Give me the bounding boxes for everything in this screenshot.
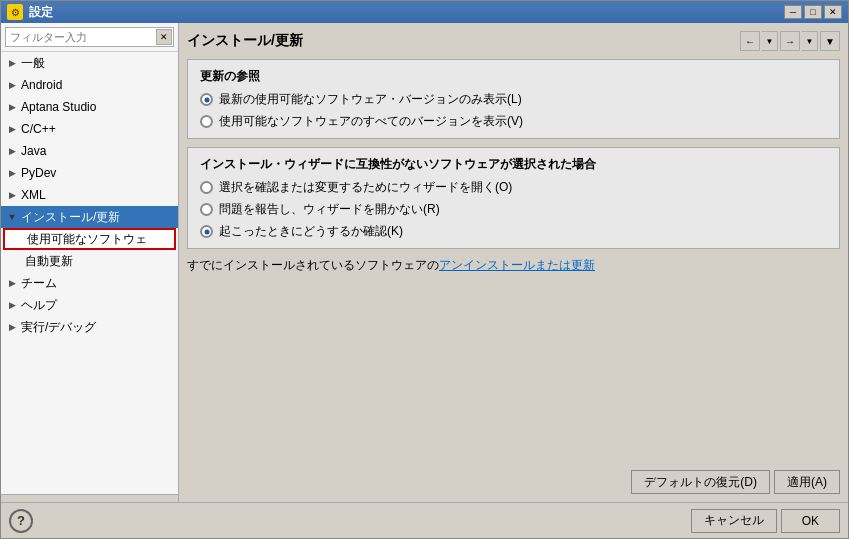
compat-label-report: 問題を報告し、ウィザードを開かない(R) <box>219 201 440 218</box>
filter-clear-button[interactable]: ✕ <box>156 29 172 45</box>
compat-option-open: 選択を確認または変更するためにウィザードを開く(O) <box>200 179 827 196</box>
nav-back-button[interactable]: ← <box>740 31 760 51</box>
window-icon: ⚙ <box>7 4 23 20</box>
sidebar: ✕ ▶ 一般 ▶ Android ▶ Aptana Studio <box>1 23 179 502</box>
sidebar-item-pydev[interactable]: ▶ PyDev <box>1 162 178 184</box>
compat-label-confirm: 起こったときにどうするか確認(K) <box>219 223 403 240</box>
sidebar-item-general[interactable]: ▶ 一般 <box>1 52 178 74</box>
right-panel: インストール/更新 ← ▼ → ▼ ▼ 更新の参照 最新の使用可能なソフトウェア… <box>179 23 848 502</box>
nav-menu-button[interactable]: ▼ <box>820 31 840 51</box>
expand-arrow-install: ▼ <box>5 210 19 224</box>
sidebar-item-auto-update[interactable]: 自動更新 <box>1 250 178 272</box>
compat-option-report: 問題を報告し、ウィザードを開かない(R) <box>200 201 827 218</box>
compat-radio-confirm[interactable] <box>200 225 213 238</box>
nav-forward-button[interactable]: → <box>780 31 800 51</box>
sidebar-label-java: Java <box>21 144 46 158</box>
expand-arrow-pydev: ▶ <box>5 166 19 180</box>
nav-buttons: ← ▼ → ▼ ▼ <box>740 31 840 51</box>
sidebar-label-general: 一般 <box>21 55 45 72</box>
bottom-right: キャンセル OK <box>691 509 840 533</box>
title-bar-buttons: ─ □ ✕ <box>784 5 842 19</box>
panel-title: インストール/更新 <box>187 32 303 50</box>
restore-button[interactable]: □ <box>804 5 822 19</box>
update-radio-latest[interactable] <box>200 93 213 106</box>
sidebar-item-xml[interactable]: ▶ XML <box>1 184 178 206</box>
default-button[interactable]: デフォルトの復元(D) <box>631 470 770 494</box>
uninstall-link[interactable]: アンインストールまたは更新 <box>439 258 595 272</box>
uninstall-text: すでにインストールされているソフトウェアのアンインストールまたは更新 <box>187 257 840 274</box>
close-button[interactable]: ✕ <box>824 5 842 19</box>
update-section: 更新の参照 最新の使用可能なソフトウェア・バージョンのみ表示(L) 使用可能なソ… <box>187 59 840 139</box>
expand-arrow-cpp: ▶ <box>5 122 19 136</box>
panel-header: インストール/更新 ← ▼ → ▼ ▼ <box>187 31 840 51</box>
expand-arrow-android: ▶ <box>5 78 19 92</box>
update-label-latest: 最新の使用可能なソフトウェア・バージョンのみ表示(L) <box>219 91 522 108</box>
title-bar-left: ⚙ 設定 <box>7 4 53 21</box>
sidebar-label-auto-update: 自動更新 <box>25 253 73 270</box>
sidebar-item-java[interactable]: ▶ Java <box>1 140 178 162</box>
sidebar-label-run-debug: 実行/デバッグ <box>21 319 96 336</box>
settings-window: ⚙ 設定 ─ □ ✕ ✕ ▶ 一般 <box>0 0 849 539</box>
expand-arrow-general: ▶ <box>5 56 19 70</box>
compat-radio-report[interactable] <box>200 203 213 216</box>
nav-back-dropdown[interactable]: ▼ <box>762 31 778 51</box>
filter-input[interactable] <box>5 27 174 47</box>
help-button[interactable]: ? <box>9 509 33 533</box>
minimize-button[interactable]: ─ <box>784 5 802 19</box>
sidebar-label-team: チーム <box>21 275 57 292</box>
compat-option-confirm: 起こったときにどうするか確認(K) <box>200 223 827 240</box>
sidebar-item-cpp[interactable]: ▶ C/C++ <box>1 118 178 140</box>
compat-label-open: 選択を確認または変更するためにウィザードを開く(O) <box>219 179 512 196</box>
bottom-bar: ? キャンセル OK <box>1 502 848 538</box>
expand-arrow-help: ▶ <box>5 298 19 312</box>
update-radio-group: 最新の使用可能なソフトウェア・バージョンのみ表示(L) 使用可能なソフトウェアの… <box>200 91 827 130</box>
expand-arrow-xml: ▶ <box>5 188 19 202</box>
sidebar-item-aptana[interactable]: ▶ Aptana Studio <box>1 96 178 118</box>
nav-forward-dropdown[interactable]: ▼ <box>802 31 818 51</box>
expand-arrow-aptana: ▶ <box>5 100 19 114</box>
filter-box: ✕ <box>1 23 178 52</box>
ok-button[interactable]: OK <box>781 509 840 533</box>
cancel-button[interactable]: キャンセル <box>691 509 777 533</box>
expand-arrow-team: ▶ <box>5 276 19 290</box>
compatibility-radio-group: 選択を確認または変更するためにウィザードを開く(O) 問題を報告し、ウィザードを… <box>200 179 827 240</box>
update-section-title: 更新の参照 <box>200 68 827 85</box>
sidebar-item-help[interactable]: ▶ ヘルプ <box>1 294 178 316</box>
sidebar-item-android[interactable]: ▶ Android <box>1 74 178 96</box>
sidebar-item-available-software[interactable]: 使用可能なソフトウェ <box>3 228 176 250</box>
bottom-left: ? <box>9 509 33 533</box>
sidebar-label-pydev: PyDev <box>21 166 56 180</box>
window-title: 設定 <box>29 4 53 21</box>
update-option-latest: 最新の使用可能なソフトウェア・バージョンのみ表示(L) <box>200 91 827 108</box>
sidebar-label-cpp: C/C++ <box>21 122 56 136</box>
sidebar-item-team[interactable]: ▶ チーム <box>1 272 178 294</box>
settings-action-buttons: デフォルトの復元(D) 適用(A) <box>187 470 840 494</box>
expand-arrow-java: ▶ <box>5 144 19 158</box>
update-option-all: 使用可能なソフトウェアのすべてのバージョンを表示(V) <box>200 113 827 130</box>
sidebar-item-run-debug[interactable]: ▶ 実行/デバッグ <box>1 316 178 338</box>
tree-area: ▶ 一般 ▶ Android ▶ Aptana Studio ▶ C/C++ <box>1 52 178 494</box>
sidebar-label-xml: XML <box>21 188 46 202</box>
expand-arrow-run-debug: ▶ <box>5 320 19 334</box>
compat-radio-open[interactable] <box>200 181 213 194</box>
sidebar-label-android: Android <box>21 78 62 92</box>
sidebar-scrollbar[interactable] <box>1 494 178 502</box>
sidebar-item-install[interactable]: ▼ インストール/更新 <box>1 206 178 228</box>
filter-wrapper: ✕ <box>5 27 174 47</box>
sidebar-label-available-software: 使用可能なソフトウェ <box>27 231 147 248</box>
sidebar-label-help: ヘルプ <box>21 297 57 314</box>
sidebar-label-install: インストール/更新 <box>21 209 120 226</box>
content-area: ✕ ▶ 一般 ▶ Android ▶ Aptana Studio <box>1 23 848 502</box>
compatibility-section-title: インストール・ウィザードに互換性がないソフトウェアが選択された場合 <box>200 156 827 173</box>
update-label-all: 使用可能なソフトウェアのすべてのバージョンを表示(V) <box>219 113 523 130</box>
title-bar: ⚙ 設定 ─ □ ✕ <box>1 1 848 23</box>
compatibility-section: インストール・ウィザードに互換性がないソフトウェアが選択された場合 選択を確認ま… <box>187 147 840 249</box>
apply-button[interactable]: 適用(A) <box>774 470 840 494</box>
update-radio-all[interactable] <box>200 115 213 128</box>
sidebar-label-aptana: Aptana Studio <box>21 100 96 114</box>
